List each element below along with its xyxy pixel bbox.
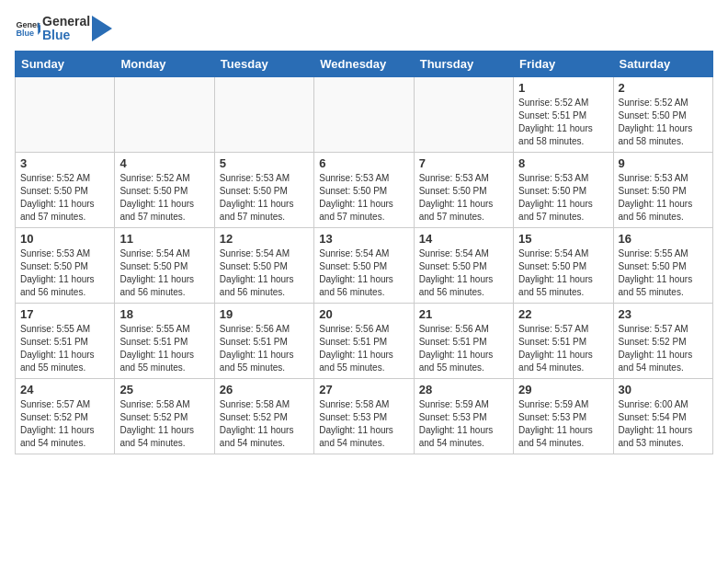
day-number: 26 [220, 383, 309, 396]
calendar-cell: 1Sunrise: 5:52 AM Sunset: 5:51 PM Daylig… [514, 76, 613, 152]
calendar-cell: 24Sunrise: 5:57 AM Sunset: 5:52 PM Dayli… [16, 378, 115, 454]
calendar-cell: 18Sunrise: 5:55 AM Sunset: 5:51 PM Dayli… [115, 303, 214, 378]
day-number: 15 [518, 232, 608, 246]
day-number: 30 [619, 383, 708, 396]
day-info: Sunrise: 5:53 AM Sunset: 5:50 PM Dayligh… [619, 172, 708, 224]
day-info: Sunrise: 5:52 AM Sunset: 5:50 PM Dayligh… [619, 97, 708, 148]
calendar-cell: 20Sunrise: 5:56 AM Sunset: 5:51 PM Dayli… [314, 303, 414, 378]
day-number: 16 [619, 232, 708, 246]
day-number: 23 [619, 307, 708, 321]
calendar-cell: 8Sunrise: 5:53 AM Sunset: 5:50 PM Daylig… [514, 152, 613, 227]
calendar-cell: 15Sunrise: 5:54 AM Sunset: 5:50 PM Dayli… [514, 227, 613, 303]
day-number: 2 [619, 81, 708, 95]
day-number: 19 [220, 307, 309, 321]
day-number: 22 [518, 307, 608, 321]
calendar-cell [314, 76, 414, 152]
calendar-cell: 25Sunrise: 5:58 AM Sunset: 5:52 PM Dayli… [115, 378, 214, 454]
calendar-cell [414, 76, 513, 152]
calendar-cell: 7Sunrise: 5:53 AM Sunset: 5:50 PM Daylig… [414, 152, 513, 227]
day-info: Sunrise: 5:53 AM Sunset: 5:50 PM Dayligh… [20, 247, 109, 299]
day-info: Sunrise: 5:59 AM Sunset: 5:53 PM Dayligh… [419, 398, 508, 450]
calendar-cell: 14Sunrise: 5:54 AM Sunset: 5:50 PM Dayli… [414, 227, 513, 303]
calendar-cell: 9Sunrise: 5:53 AM Sunset: 5:50 PM Daylig… [613, 152, 712, 227]
day-number: 8 [518, 156, 608, 170]
day-number: 12 [220, 232, 309, 246]
svg-text:General: General [16, 20, 40, 29]
day-info: Sunrise: 5:54 AM Sunset: 5:50 PM Dayligh… [220, 247, 309, 299]
calendar-cell: 3Sunrise: 5:52 AM Sunset: 5:50 PM Daylig… [16, 152, 115, 227]
calendar-week-row: 1Sunrise: 5:52 AM Sunset: 5:51 PM Daylig… [16, 76, 713, 152]
day-info: Sunrise: 5:52 AM Sunset: 5:50 PM Dayligh… [119, 172, 209, 224]
day-number: 1 [518, 81, 608, 95]
day-number: 13 [319, 232, 408, 246]
weekday-header: Friday [514, 51, 613, 76]
calendar-cell: 6Sunrise: 5:53 AM Sunset: 5:50 PM Daylig… [314, 152, 414, 227]
calendar-cell: 2Sunrise: 5:52 AM Sunset: 5:50 PM Daylig… [613, 76, 712, 152]
logo-general: General [42, 15, 90, 29]
weekday-header: Sunday [16, 51, 115, 76]
day-number: 27 [319, 383, 408, 396]
day-number: 14 [419, 232, 508, 246]
day-info: Sunrise: 5:54 AM Sunset: 5:50 PM Dayligh… [518, 247, 608, 299]
weekday-header: Monday [115, 51, 214, 76]
day-info: Sunrise: 6:00 AM Sunset: 5:54 PM Dayligh… [619, 398, 708, 450]
day-info: Sunrise: 5:59 AM Sunset: 5:53 PM Dayligh… [518, 398, 608, 450]
day-info: Sunrise: 5:57 AM Sunset: 5:51 PM Dayligh… [518, 323, 608, 374]
day-info: Sunrise: 5:53 AM Sunset: 5:50 PM Dayligh… [518, 172, 608, 224]
day-info: Sunrise: 5:54 AM Sunset: 5:50 PM Dayligh… [119, 247, 209, 299]
calendar-table: SundayMondayTuesdayWednesdayThursdayFrid… [15, 51, 713, 454]
calendar-cell: 30Sunrise: 6:00 AM Sunset: 5:54 PM Dayli… [613, 378, 712, 454]
calendar-week-row: 17Sunrise: 5:55 AM Sunset: 5:51 PM Dayli… [16, 303, 713, 378]
calendar-cell: 22Sunrise: 5:57 AM Sunset: 5:51 PM Dayli… [514, 303, 613, 378]
day-number: 24 [20, 383, 109, 396]
day-info: Sunrise: 5:54 AM Sunset: 5:50 PM Dayligh… [419, 247, 508, 299]
day-info: Sunrise: 5:55 AM Sunset: 5:51 PM Dayligh… [119, 323, 209, 374]
svg-marker-3 [92, 16, 112, 41]
day-info: Sunrise: 5:52 AM Sunset: 5:50 PM Dayligh… [20, 172, 109, 224]
calendar-cell: 10Sunrise: 5:53 AM Sunset: 5:50 PM Dayli… [16, 227, 115, 303]
calendar-cell: 5Sunrise: 5:53 AM Sunset: 5:50 PM Daylig… [214, 152, 313, 227]
day-info: Sunrise: 5:53 AM Sunset: 5:50 PM Dayligh… [220, 172, 309, 224]
logo-blue: Blue [42, 29, 90, 42]
calendar-cell [16, 76, 115, 152]
calendar-cell: 16Sunrise: 5:55 AM Sunset: 5:50 PM Dayli… [613, 227, 712, 303]
day-number: 4 [119, 156, 209, 170]
calendar-cell: 11Sunrise: 5:54 AM Sunset: 5:50 PM Dayli… [115, 227, 214, 303]
calendar-cell: 29Sunrise: 5:59 AM Sunset: 5:53 PM Dayli… [514, 378, 613, 454]
calendar-week-row: 24Sunrise: 5:57 AM Sunset: 5:52 PM Dayli… [16, 378, 713, 454]
calendar-week-row: 10Sunrise: 5:53 AM Sunset: 5:50 PM Dayli… [16, 227, 713, 303]
day-number: 17 [20, 307, 109, 321]
day-info: Sunrise: 5:56 AM Sunset: 5:51 PM Dayligh… [419, 323, 508, 374]
logo-icon: General Blue [15, 16, 40, 41]
page-header: General Blue General Blue [15, 15, 713, 43]
day-number: 7 [419, 156, 508, 170]
day-number: 20 [319, 307, 408, 321]
day-number: 3 [20, 156, 109, 170]
day-info: Sunrise: 5:58 AM Sunset: 5:52 PM Dayligh… [220, 398, 309, 450]
calendar-cell [214, 76, 313, 152]
day-info: Sunrise: 5:55 AM Sunset: 5:51 PM Dayligh… [20, 323, 109, 374]
logo: General Blue General Blue [15, 15, 112, 43]
logo-arrow-icon [92, 16, 112, 41]
day-info: Sunrise: 5:56 AM Sunset: 5:51 PM Dayligh… [319, 323, 408, 374]
calendar-cell [115, 76, 214, 152]
day-number: 18 [119, 307, 209, 321]
calendar-cell: 23Sunrise: 5:57 AM Sunset: 5:52 PM Dayli… [613, 303, 712, 378]
calendar-week-row: 3Sunrise: 5:52 AM Sunset: 5:50 PM Daylig… [16, 152, 713, 227]
calendar-cell: 28Sunrise: 5:59 AM Sunset: 5:53 PM Dayli… [414, 378, 513, 454]
day-number: 10 [20, 232, 109, 246]
day-number: 9 [619, 156, 708, 170]
day-number: 6 [319, 156, 408, 170]
calendar-cell: 19Sunrise: 5:56 AM Sunset: 5:51 PM Dayli… [214, 303, 313, 378]
day-number: 25 [119, 383, 209, 396]
day-number: 29 [518, 383, 608, 396]
day-info: Sunrise: 5:57 AM Sunset: 5:52 PM Dayligh… [619, 323, 708, 374]
day-info: Sunrise: 5:54 AM Sunset: 5:50 PM Dayligh… [319, 247, 408, 299]
calendar-cell: 4Sunrise: 5:52 AM Sunset: 5:50 PM Daylig… [115, 152, 214, 227]
day-info: Sunrise: 5:58 AM Sunset: 5:53 PM Dayligh… [319, 398, 408, 450]
day-info: Sunrise: 5:57 AM Sunset: 5:52 PM Dayligh… [20, 398, 109, 450]
day-info: Sunrise: 5:58 AM Sunset: 5:52 PM Dayligh… [119, 398, 209, 450]
calendar-cell: 21Sunrise: 5:56 AM Sunset: 5:51 PM Dayli… [414, 303, 513, 378]
calendar-cell: 17Sunrise: 5:55 AM Sunset: 5:51 PM Dayli… [16, 303, 115, 378]
calendar-cell: 27Sunrise: 5:58 AM Sunset: 5:53 PM Dayli… [314, 378, 414, 454]
